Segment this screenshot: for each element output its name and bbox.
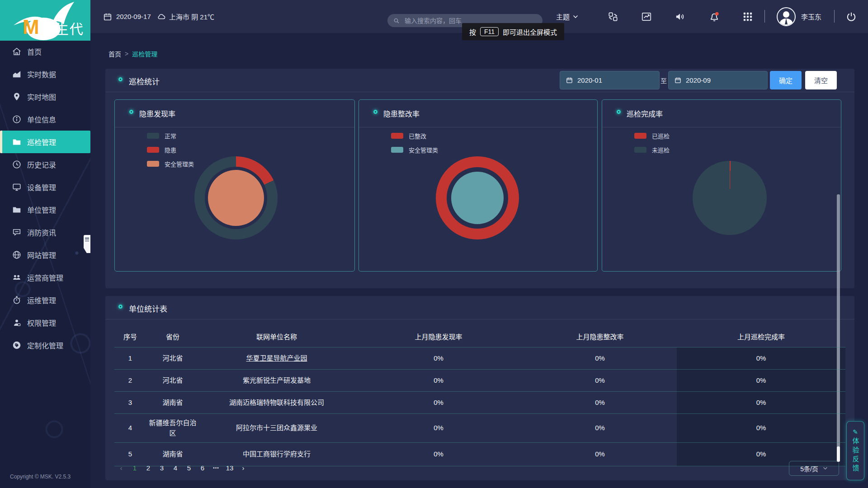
- breadcrumb-home[interactable]: 首页: [108, 49, 121, 58]
- sidebar-item-operator[interactable]: 运营商管理: [0, 266, 90, 289]
- avatar[interactable]: [777, 7, 796, 26]
- trend-chart-icon: [641, 11, 652, 23]
- legend-swatch: [147, 161, 159, 167]
- hazard-rectification-card: 隐患整改率 已整改 安全管理类: [359, 99, 598, 272]
- notifications-button[interactable]: [708, 10, 721, 23]
- toast-prefix: 按: [469, 27, 476, 37]
- confirm-button[interactable]: 确定: [770, 71, 802, 89]
- search-icon: [393, 17, 400, 24]
- sidebar-item-unit-info[interactable]: 单位信息: [0, 108, 90, 131]
- legend-item[interactable]: 正常: [147, 131, 194, 140]
- sidebar-item-history[interactable]: 历史记录: [0, 153, 90, 176]
- sidebar-item-label: 单位信息: [27, 114, 56, 125]
- main-content: 首页 > 巡检管理 巡检统计 2020-01 至 2020-09 确定 清空: [90, 33, 868, 488]
- sidebar-item-realtime-map[interactable]: 实时地图: [0, 85, 90, 108]
- table-row: 4 新疆维吾尔自治区 阿拉尔市十三团众鑫源果业 0% 0% 0%: [114, 414, 845, 443]
- calendar-icon: [674, 76, 682, 84]
- sidebar-item-customization[interactable]: 定制化管理: [0, 334, 90, 357]
- clear-button[interactable]: 清空: [805, 71, 837, 89]
- pie-chart-completion: [693, 161, 767, 235]
- cell-complete-rate: 0%: [677, 374, 845, 388]
- legend-label: 正常: [165, 131, 176, 140]
- table-header-row: 序号 省份 联网单位名称 上月隐患发现率 上月隐患整改率 上月巡检完成率: [114, 328, 845, 347]
- screen-switch-button[interactable]: [606, 10, 620, 23]
- logo-letter-m: M: [23, 17, 39, 37]
- cell-discover-rate: 0%: [354, 421, 523, 435]
- notification-badge: [715, 12, 718, 15]
- chart-legend: 正常 隐患 安全管理类: [147, 131, 194, 174]
- sidebar-item-inspection[interactable]: 巡检管理: [0, 131, 90, 153]
- inspection-completion-card: 巡检完成率 已巡检 未巡检: [602, 99, 841, 272]
- chart-legend: 已巡检 未巡检: [634, 131, 670, 160]
- sidebar-item-permission[interactable]: 权限管理: [0, 311, 90, 334]
- sidebar-item-label: 定制化管理: [27, 340, 63, 351]
- app-logo: M 中生代: [0, 0, 90, 41]
- legend-label: 已巡检: [652, 131, 670, 140]
- current-date: 2020-09-17: [116, 0, 151, 33]
- legend-item[interactable]: 隐患: [147, 145, 194, 154]
- sidebar-item-label: 首页: [27, 46, 42, 57]
- sidebar-item-realtime-data[interactable]: 实时数据: [0, 63, 90, 85]
- breadcrumb-current[interactable]: 巡检管理: [132, 49, 157, 58]
- operator-icon: [12, 272, 22, 282]
- sidebar-menu: 首页 实时数据 实时地图 单位信息 巡检管理 历史记录 设备管理: [0, 40, 90, 357]
- cell-province: 新疆维吾尔自治区: [146, 416, 199, 440]
- sidebar-item-unit-mgmt[interactable]: 单位管理: [0, 198, 90, 221]
- cell-rectify-rate: 0%: [523, 374, 677, 388]
- sidebar-item-device[interactable]: 设备管理: [0, 176, 90, 198]
- cell-unit-name[interactable]: 中国工商银行学府支行: [199, 447, 354, 461]
- inspection-icon: [12, 137, 22, 147]
- date-to-input[interactable]: 2020-09: [668, 71, 768, 89]
- cell-unit-name[interactable]: 湖南迈格瑞特物联科技有限公司: [199, 396, 354, 410]
- legend-label: 安全管理类: [409, 145, 438, 154]
- sidebar-item-ops[interactable]: 运维管理: [0, 289, 90, 311]
- inspection-stats-panel: 巡检统计 2020-01 至 2020-09 确定 清空 隐患发现率: [105, 69, 854, 288]
- cell-discover-rate: 0%: [354, 374, 523, 388]
- legend-item[interactable]: 安全管理类: [147, 160, 194, 168]
- date-to-value: 2020-09: [686, 76, 711, 84]
- title-dot-icon: [617, 110, 621, 114]
- history-icon: [12, 160, 22, 169]
- donut-chart-hazard-discovery: [194, 156, 278, 239]
- cell-unit-name[interactable]: 阿拉尔市十三团众鑫源果业: [199, 421, 354, 435]
- cell-no: 5: [114, 447, 146, 461]
- legend-swatch: [391, 133, 403, 139]
- stats-panel-title: 巡检统计: [129, 75, 160, 87]
- report-button[interactable]: [640, 10, 653, 23]
- power-icon: [845, 11, 857, 23]
- sidebar-item-home[interactable]: 首页: [0, 40, 90, 63]
- legend-swatch: [634, 147, 646, 153]
- cell-rectify-rate: 0%: [523, 421, 677, 435]
- sound-button[interactable]: [673, 10, 687, 23]
- legend-item[interactable]: 已整改: [391, 131, 438, 140]
- weather-text: 上海市 阴 21℃: [169, 0, 214, 33]
- legend-item[interactable]: 未巡检: [634, 145, 670, 154]
- cell-discover-rate: 0%: [354, 352, 523, 366]
- feedback-tab[interactable]: ✎ 体验反馈: [846, 421, 864, 480]
- sidebar-item-label: 巡检管理: [27, 136, 56, 147]
- cell-unit-name[interactable]: 紫光新锐生产研发基地: [199, 374, 354, 388]
- sidebar-item-website[interactable]: 网站管理: [0, 244, 90, 266]
- legend-swatch: [634, 133, 646, 139]
- apps-grid-button[interactable]: [741, 10, 755, 23]
- donut-inner-disc: [451, 172, 504, 224]
- sidebar-item-fire-news[interactable]: 消防资讯: [0, 221, 90, 244]
- customization-icon: [12, 340, 22, 350]
- table-row: 1 河北省 华夏卫星导航产业园 0% 0% 0%: [114, 347, 845, 370]
- legend-item[interactable]: 已巡检: [634, 131, 670, 140]
- legend-label: 安全管理类: [165, 160, 194, 168]
- date-from-input[interactable]: 2020-01: [560, 71, 660, 89]
- collapse-lines-icon: [85, 238, 89, 242]
- col-header-rectify-rate: 上月隐患整改率: [523, 330, 677, 344]
- chart-legend: 已整改 安全管理类: [391, 131, 438, 160]
- toast-suffix: 即可退出全屏模式: [503, 27, 557, 37]
- table-row: 5 湖南省 中国工商银行学府支行 0% 0% 0%: [114, 443, 845, 466]
- cell-province: 河北省: [146, 352, 199, 366]
- pencil-icon: ✎: [853, 428, 858, 436]
- legend-label: 已整改: [409, 131, 426, 140]
- legend-item[interactable]: 安全管理类: [391, 145, 438, 154]
- cell-unit-name[interactable]: 华夏卫星导航产业园: [199, 352, 354, 366]
- logout-button[interactable]: [844, 10, 858, 23]
- unit-info-icon: [12, 114, 22, 124]
- col-header-province: 省份: [146, 330, 199, 344]
